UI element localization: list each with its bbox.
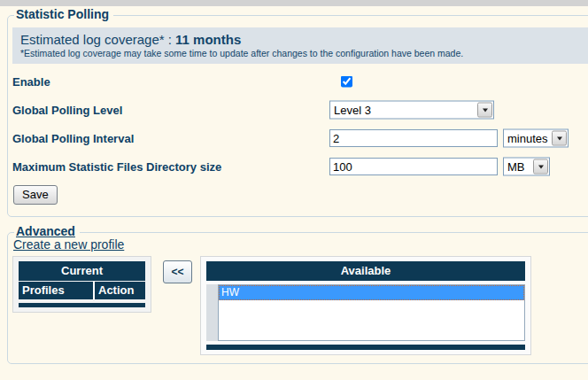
enable-checkbox[interactable] [341,76,352,88]
chevron-down-icon[interactable] [533,159,548,174]
list-item[interactable]: HW [219,285,524,300]
enable-label: Enable [12,75,50,89]
log-coverage-label: Estimated log coverage* : [20,32,175,47]
available-list-cell: HW [206,284,525,341]
save-button[interactable]: Save [13,185,58,205]
log-coverage-info-box: Estimated log coverage* : 11 months *Est… [12,27,588,64]
log-coverage-value: 11 months [175,32,241,47]
action-column-header: Action [95,282,145,299]
current-table-columns: Profiles Action [19,282,145,299]
max-dir-size-unit-select[interactable]: MB [503,158,550,176]
polling-level-select[interactable]: Level 3 [329,101,494,120]
polling-interval-unit-value: minutes [504,132,551,145]
profiles-column-header: Profiles [19,282,95,299]
create-new-profile-link[interactable]: Create a new profile [13,237,124,252]
advanced-section: Advanced Create a new profile Current Pr… [7,232,588,364]
polling-level-row: Global Polling Level Level 3 [12,96,588,124]
polling-interval-label: Global Polling Interval [12,132,134,145]
polling-level-label: Global Polling Level [12,104,122,117]
available-table-title: Available [206,261,525,281]
available-profiles-listbox[interactable]: HW [218,284,525,341]
polling-interval-input[interactable] [329,129,498,147]
enable-row: Enable [12,67,588,96]
max-dir-size-unit-value: MB [504,160,532,174]
max-dir-size-label: Maximum Statistic Files Directory size [12,160,221,174]
max-dir-size-row: Maximum Statistic Files Directory size M… [12,152,588,181]
statistic-polling-legend: Statistic Polling [14,7,113,21]
current-table-bottom-rule [19,303,145,307]
current-profiles-table: Current Profiles Action [12,256,151,313]
polling-interval-row: Global Polling Interval minutes [12,124,588,152]
statistic-polling-section: Statistic Polling Estimated log coverage… [7,15,588,217]
chevron-down-icon[interactable] [552,131,567,146]
polling-interval-unit-select[interactable]: minutes [503,129,569,148]
profiles-transfer-area: Current Profiles Action << Available HW [12,256,588,355]
top-gray-bar [0,0,588,6]
polling-level-selected-value: Level 3 [330,104,476,117]
move-to-current-button[interactable]: << [163,260,192,283]
log-coverage-note: *Estimated log coverage may take some ti… [20,48,588,58]
available-table-bottom-rule [206,345,525,350]
available-profiles-table: Available HW [200,256,531,355]
chevron-down-icon[interactable] [477,103,492,118]
advanced-legend-link[interactable]: Advanced [14,224,80,238]
current-table-title: Current [19,261,145,281]
max-dir-size-input[interactable] [329,158,498,175]
